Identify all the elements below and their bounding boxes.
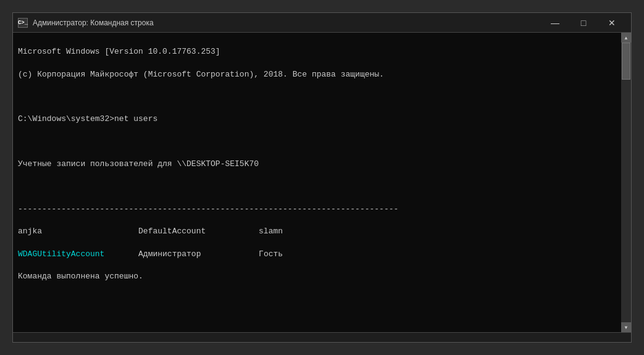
line-6: Учетные записи пользователей для \\DESKT… (18, 159, 616, 170)
line-2: (с) Корпорация Майкрософт (Microsoft Cor… (18, 69, 616, 80)
line-5 (18, 136, 616, 148)
cmd-window: C>_ Администратор: Командная строка — □ … (12, 12, 632, 343)
close-button[interactable]: ✕ (598, 13, 626, 33)
scrollbar-up-arrow[interactable]: ▲ (621, 33, 631, 43)
window-icon: C>_ (18, 18, 28, 28)
scrollbar-down-arrow[interactable]: ▼ (621, 322, 631, 332)
status-bar (13, 332, 631, 342)
terminal-output[interactable]: Microsoft Windows [Version 10.0.17763.25… (13, 33, 621, 332)
line-4: C:\Windows\system32>net users (18, 114, 616, 125)
line-12 (18, 293, 616, 304)
window-title: Администратор: Командная строка (33, 19, 541, 27)
line-11: Команда выполнена успешно. (18, 271, 616, 282)
line-1: Microsoft Windows [Version 10.0.17763.25… (18, 46, 616, 57)
scrollbar-thumb[interactable] (622, 43, 630, 80)
content-area: Microsoft Windows [Version 10.0.17763.25… (13, 33, 631, 332)
line-7 (18, 181, 616, 192)
title-bar: C>_ Администратор: Командная строка — □ … (13, 13, 631, 33)
window-controls: — □ ✕ (541, 13, 626, 33)
scrollbar-track[interactable] (621, 43, 631, 322)
minimize-button[interactable]: — (541, 13, 569, 33)
line-3 (18, 91, 616, 102)
scrollbar[interactable]: ▲ ▼ (621, 33, 631, 332)
maximize-button[interactable]: □ (569, 13, 598, 33)
line-8: ----------------------------------------… (18, 204, 616, 215)
line-13 (18, 316, 616, 327)
line-9: anjka DefaultAccount slamn (18, 226, 616, 237)
line-10: WDAGUtilityAccount Администратор Гость (18, 249, 616, 260)
